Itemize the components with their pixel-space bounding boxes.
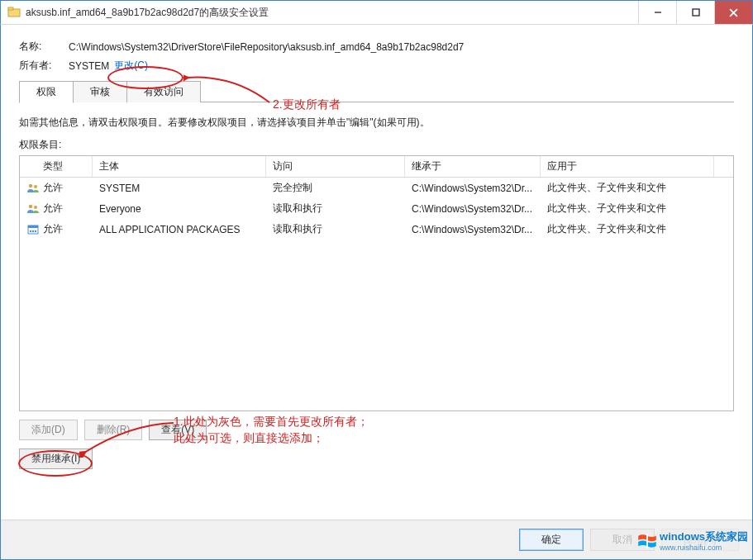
ok-button[interactable]: 确定 bbox=[519, 529, 584, 551]
remove-button[interactable]: 删除(R) bbox=[84, 420, 143, 440]
window-title: aksusb.inf_amd64_8a9b17b2ac98d2d7的高级安全设置 bbox=[26, 6, 638, 20]
watermark-url: www.ruishaifu.com bbox=[660, 544, 748, 552]
col-inherited[interactable]: 继承于 bbox=[405, 156, 541, 177]
entry-buttons: 添加(D) 删除(R) 查看(V) bbox=[19, 420, 734, 440]
permission-list[interactable]: 类型 主体 访问 继承于 应用于 允许SYSTEM完全控制C:\Windows\… bbox=[19, 155, 734, 411]
title-bar: aksusb.inf_amd64_8a9b17b2ac98d2d7的高级安全设置 bbox=[0, 0, 753, 25]
col-access[interactable]: 访问 bbox=[266, 156, 405, 177]
col-principal[interactable]: 主体 bbox=[93, 156, 266, 177]
name-row: 名称: C:\Windows\System32\DriverStore\File… bbox=[19, 40, 734, 54]
minimize-button[interactable] bbox=[638, 1, 676, 24]
table-row[interactable]: 允许Everyone读取和执行C:\Windows\System32\Dr...… bbox=[20, 198, 733, 219]
entries-label: 权限条目: bbox=[19, 138, 734, 152]
tab-permissions[interactable]: 权限 bbox=[19, 81, 74, 103]
cell-applies: 此文件夹、子文件夹和文件 bbox=[541, 179, 714, 197]
cell-principal: SYSTEM bbox=[93, 181, 266, 196]
owner-row: 所有者: SYSTEM 更改(C) bbox=[19, 59, 734, 73]
cell-principal: ALL APPLICATION PACKAGES bbox=[93, 222, 266, 237]
tab-effective-access[interactable]: 有效访问 bbox=[126, 81, 201, 102]
hint-text: 如需其他信息，请双击权限项目。若要修改权限项目，请选择该项目并单击"编辑"(如果… bbox=[19, 116, 734, 130]
table-row[interactable]: 允许ALL APPLICATION PACKAGES读取和执行C:\Window… bbox=[20, 219, 733, 240]
cell-inherited: C:\Windows\System32\Dr... bbox=[405, 202, 541, 216]
svg-rect-11 bbox=[28, 225, 38, 228]
svg-point-13 bbox=[32, 230, 34, 231]
svg-point-7 bbox=[34, 185, 37, 188]
cell-type: 允许 bbox=[43, 202, 63, 216]
table-row[interactable]: 允许SYSTEM完全控制C:\Windows\System32\Dr...此文件… bbox=[20, 178, 733, 198]
cell-principal: Everyone bbox=[93, 202, 266, 216]
close-button[interactable] bbox=[714, 1, 752, 24]
list-header: 类型 主体 访问 继承于 应用于 bbox=[20, 156, 733, 178]
principal-icon bbox=[26, 223, 40, 236]
watermark: windows系统家园 www.ruishaifu.com bbox=[638, 529, 748, 552]
cell-inherited: C:\Windows\System32\Dr... bbox=[405, 222, 541, 237]
owner-value: SYSTEM bbox=[69, 60, 109, 72]
cell-applies: 此文件夹、子文件夹和文件 bbox=[541, 200, 714, 217]
cell-access: 读取和执行 bbox=[266, 200, 405, 217]
cell-applies: 此文件夹、子文件夹和文件 bbox=[541, 221, 714, 238]
svg-point-14 bbox=[35, 230, 36, 231]
inherit-buttons: 禁用继承(I) bbox=[19, 448, 734, 469]
svg-rect-3 bbox=[693, 9, 699, 16]
col-applies[interactable]: 应用于 bbox=[541, 156, 714, 177]
cell-type: 允许 bbox=[43, 181, 63, 195]
cell-type: 允许 bbox=[43, 222, 63, 236]
folder-icon bbox=[7, 6, 21, 19]
cell-inherited: C:\Windows\System32\Dr... bbox=[405, 181, 541, 196]
svg-rect-1 bbox=[8, 7, 13, 10]
tab-audit[interactable]: 审核 bbox=[73, 81, 127, 102]
disable-inheritance-button[interactable]: 禁用继承(I) bbox=[19, 448, 93, 469]
svg-point-6 bbox=[29, 183, 32, 187]
svg-point-8 bbox=[29, 204, 32, 207]
view-button[interactable]: 查看(V) bbox=[149, 420, 207, 440]
windows-flag-icon bbox=[638, 534, 656, 548]
change-owner-link[interactable]: 更改(C) bbox=[114, 59, 148, 73]
watermark-brand: windows系统家园 bbox=[660, 530, 748, 543]
cell-access: 完全控制 bbox=[266, 179, 405, 197]
name-label: 名称: bbox=[19, 40, 69, 54]
principal-icon bbox=[26, 202, 40, 216]
maximize-button[interactable] bbox=[676, 1, 714, 24]
svg-point-12 bbox=[30, 230, 31, 231]
cell-access: 读取和执行 bbox=[266, 221, 405, 238]
principal-icon bbox=[26, 182, 40, 195]
svg-rect-15 bbox=[646, 534, 648, 548]
add-button[interactable]: 添加(D) bbox=[19, 420, 78, 440]
svg-point-9 bbox=[34, 206, 37, 209]
owner-label: 所有者: bbox=[19, 59, 69, 73]
name-value: C:\Windows\System32\DriverStore\FileRepo… bbox=[69, 41, 464, 53]
tab-strip: 权限 审核 有效访问 bbox=[19, 81, 734, 102]
col-type[interactable]: 类型 bbox=[20, 156, 93, 177]
window-buttons bbox=[638, 1, 752, 24]
